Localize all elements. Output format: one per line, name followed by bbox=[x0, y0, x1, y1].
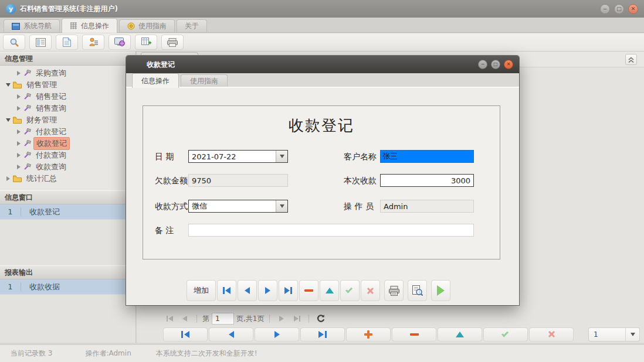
monitor-button[interactable] bbox=[109, 35, 131, 50]
row-label: 收款登记 bbox=[21, 207, 60, 217]
pager-prev-button[interactable] bbox=[178, 312, 191, 325]
page-suffix-label: 页,共1页 bbox=[236, 314, 264, 324]
tab-system-nav[interactable]: 系统导航 bbox=[4, 19, 60, 32]
dlg-delete-button[interactable] bbox=[299, 280, 318, 301]
dlg-cancel-button[interactable] bbox=[361, 280, 380, 301]
pager-last-button[interactable] bbox=[290, 312, 303, 325]
received-amount-input[interactable] bbox=[380, 174, 474, 187]
tool-icon bbox=[23, 70, 31, 77]
tree-item-label: 付款查询 bbox=[33, 149, 69, 161]
operator-status: 操作者:Admin bbox=[85, 349, 131, 358]
dlg-print-button[interactable] bbox=[384, 280, 404, 301]
method-label: 收款方式 bbox=[155, 200, 188, 213]
tree-item-sales-register[interactable]: 销售登记 bbox=[0, 91, 135, 103]
customer-value: 张三 bbox=[382, 151, 398, 162]
tree-item-payment-register[interactable]: 付款登记 bbox=[0, 126, 135, 138]
dlg-preview-button[interactable] bbox=[408, 280, 427, 301]
document-button[interactable] bbox=[56, 35, 78, 50]
add-button[interactable]: 增加 bbox=[187, 280, 216, 301]
check-icon bbox=[345, 286, 352, 293]
dialog-window-controls: − □ ✕ bbox=[478, 60, 513, 69]
dlg-execute-button[interactable] bbox=[431, 280, 450, 301]
dlg-post-button[interactable] bbox=[340, 280, 360, 301]
tool-icon bbox=[23, 128, 31, 135]
chevron-down-icon[interactable] bbox=[276, 200, 287, 212]
tree-item-purchase-query[interactable]: 采购查询 bbox=[0, 67, 135, 79]
tree-item-payment-query[interactable]: 付款查询 bbox=[0, 149, 135, 161]
date-label: 日 期 bbox=[155, 150, 174, 163]
pager-first-button[interactable] bbox=[163, 312, 176, 325]
tree-folder-finance-mgmt[interactable]: 财务管理 bbox=[0, 114, 135, 126]
tab-user-guide[interactable]: 使用指南 bbox=[119, 19, 175, 32]
maximize-button[interactable]: □ bbox=[614, 4, 624, 14]
collapse-panel-button[interactable] bbox=[625, 54, 637, 65]
date-combobox[interactable]: 2021-07-22 bbox=[188, 150, 288, 163]
dlg-last-button[interactable] bbox=[279, 280, 298, 301]
tree-item-receipt-query[interactable]: 收款查询 bbox=[0, 161, 135, 173]
status-message: 本系统支持二次开发和全新开发! bbox=[156, 349, 257, 358]
printer-button[interactable] bbox=[161, 35, 184, 50]
double-chevron-up-icon bbox=[628, 56, 635, 63]
dlg-next-button[interactable] bbox=[258, 280, 277, 301]
ribbon-tab-strip: 系统导航 信息操作 使用指南 关于 bbox=[0, 18, 644, 33]
nav-edit-button[interactable] bbox=[438, 327, 482, 341]
tree-folder-statistics[interactable]: 统计汇总 bbox=[0, 173, 135, 185]
payment-method-combobox[interactable]: 微信 bbox=[188, 200, 288, 213]
window-title: 石料销售管理系统(非注册用户) bbox=[20, 4, 118, 14]
tree-item-label: 统计汇总 bbox=[24, 173, 59, 185]
check-icon bbox=[501, 330, 509, 337]
dialog-maximize-button[interactable]: □ bbox=[491, 60, 500, 69]
report-output-row[interactable]: 1 收款收据 bbox=[0, 279, 135, 295]
operator-button[interactable] bbox=[82, 35, 104, 50]
operator-icon bbox=[89, 37, 99, 47]
nav-delete-button[interactable] bbox=[392, 327, 436, 341]
pager-next-button[interactable] bbox=[275, 312, 288, 325]
status-bar: 当前记录数 3 操作者:Admin 本系统支持二次开发和全新开发! bbox=[0, 344, 644, 362]
data-list-icon bbox=[36, 38, 46, 47]
monitor-globe-icon bbox=[114, 37, 125, 47]
nav-first-button[interactable] bbox=[163, 327, 208, 341]
nav-last-button[interactable] bbox=[300, 327, 345, 341]
tool-icon bbox=[23, 152, 31, 159]
nav-insert-button[interactable] bbox=[346, 327, 391, 341]
preview-icon bbox=[412, 285, 423, 296]
record-count-combo[interactable]: 1 bbox=[588, 327, 640, 341]
chevron-down-icon[interactable] bbox=[276, 151, 287, 162]
first-icon bbox=[167, 316, 168, 322]
tree-item-sales-query[interactable]: 销售查询 bbox=[0, 103, 135, 114]
nav-next-button[interactable] bbox=[255, 327, 299, 341]
x-icon bbox=[367, 287, 374, 295]
dialog-close-button[interactable]: ✕ bbox=[504, 60, 513, 69]
tree-item-receipt-register[interactable]: 收款登记 bbox=[0, 138, 135, 149]
nav-prev-button[interactable] bbox=[209, 327, 253, 341]
sidebar: 信息管理 采购查询 销售管理 销售登记 销售查询 bbox=[0, 52, 136, 343]
insert-icon bbox=[364, 330, 372, 339]
received-label: 本次收款 bbox=[344, 174, 377, 187]
add-button-label: 增加 bbox=[194, 285, 209, 296]
tree-folder-sales-mgmt[interactable]: 销售管理 bbox=[0, 79, 135, 91]
refresh-icon bbox=[316, 314, 326, 323]
tool-icon bbox=[23, 140, 31, 147]
nav-post-button[interactable] bbox=[483, 327, 528, 341]
dialog-tab-info-operation[interactable]: 信息操作 bbox=[132, 73, 179, 88]
folder-icon bbox=[13, 81, 22, 88]
remark-input[interactable] bbox=[188, 224, 474, 237]
customer-name-field[interactable]: 张三 bbox=[380, 150, 474, 163]
table-add-button[interactable] bbox=[135, 35, 157, 50]
info-window-row[interactable]: 1 收款登记 bbox=[0, 204, 135, 220]
dialog-tab-user-guide[interactable]: 使用指南 bbox=[181, 74, 228, 87]
data-list-button[interactable] bbox=[29, 35, 52, 50]
dlg-edit-button[interactable] bbox=[320, 280, 339, 301]
search-button[interactable] bbox=[3, 35, 25, 50]
close-button[interactable]: ✕ bbox=[628, 4, 638, 14]
tab-info-operation[interactable]: 信息操作 bbox=[62, 18, 117, 33]
dialog-minimize-button[interactable]: − bbox=[478, 60, 487, 69]
refresh-button[interactable] bbox=[314, 312, 327, 325]
dlg-first-button[interactable] bbox=[217, 280, 236, 301]
tab-about[interactable]: 关于 bbox=[177, 19, 207, 32]
dlg-prev-button[interactable] bbox=[238, 280, 257, 301]
page-number-input[interactable] bbox=[212, 313, 234, 325]
minimize-button[interactable]: − bbox=[600, 4, 610, 14]
nav-cancel-button[interactable] bbox=[529, 327, 574, 341]
separator bbox=[196, 315, 197, 323]
